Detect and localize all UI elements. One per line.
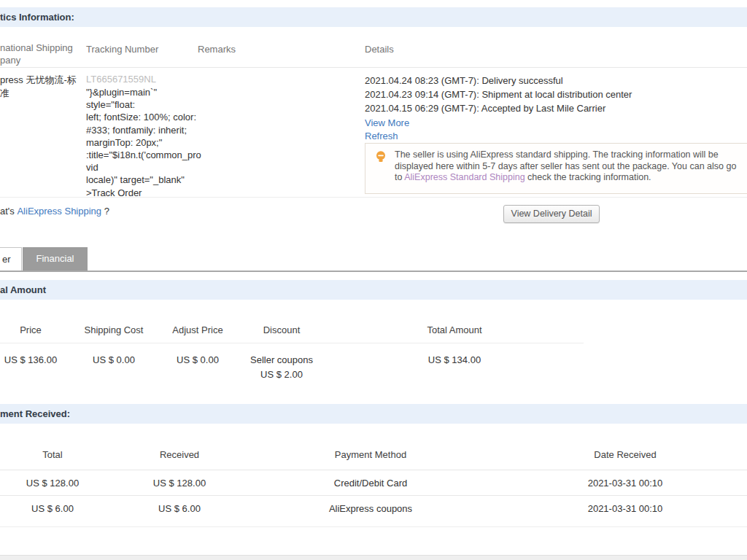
tracking-events: 2021.04.24 08:23 (GMT-7): Delivery succe… — [365, 74, 632, 115]
discount-value: Seller coupons US $ 2.00 — [229, 353, 334, 381]
view-more-link[interactable]: View More — [365, 117, 409, 130]
broken-template-text: "}&plugin=main`" style="float: left; fon… — [86, 86, 201, 199]
whats-aliexpress-shipping-line: at's AliExpress Shipping ? — [0, 206, 109, 217]
tracking-event: 2021.04.24 08:23 (GMT-7): Delivery succe… — [365, 74, 632, 88]
divider — [0, 470, 747, 470]
divider — [0, 526, 747, 527]
financial-header-shipping-cost: Shipping Cost — [61, 324, 166, 335]
divider — [0, 343, 584, 343]
column-header-shipping-company: national Shipping pany — [0, 42, 82, 66]
payment-method: Credit/Debit Card — [254, 478, 487, 489]
footer-strip — [0, 555, 747, 560]
discount-label: Seller coupons — [229, 353, 334, 368]
price-value: US $ 136.00 — [0, 353, 61, 381]
financial-table-row: US $ 136.00 US $ 0.00 US $ 0.00 Seller c… — [0, 353, 575, 381]
column-header-tracking-number: Tracking Number — [86, 43, 158, 55]
payment-received-section-header: ment Received: — [0, 404, 747, 424]
whats-text-after: ? — [101, 206, 109, 217]
divider — [0, 67, 747, 68]
column-header-details: Details — [365, 43, 394, 55]
divider — [0, 495, 747, 496]
shipping-notice-box: The seller is using AliExpress standard … — [365, 143, 747, 194]
aliexpress-standard-shipping-link[interactable]: AliExpress Standard Shipping — [404, 172, 525, 182]
payment-date: 2021-03-31 00:10 — [487, 503, 747, 514]
payment-row: US $ 128.00 US $ 128.00 Credit/Debit Car… — [0, 478, 747, 489]
financial-header-discount: Discount — [229, 324, 334, 335]
adjust-price-value: US $ 0.00 — [166, 353, 229, 381]
lightbulb-icon — [376, 151, 386, 167]
tracking-event: 2021.04.23 09:14 (GMT-7): Shipment at lo… — [365, 88, 632, 102]
payment-header-received: Received — [105, 449, 254, 460]
logistics-section-header: tics Information: — [0, 7, 747, 27]
tab-underline — [0, 271, 747, 272]
shipping-company-value: press 无忧物流-标准 — [0, 74, 82, 100]
financial-header-price: Price — [0, 324, 61, 335]
financial-header-adjust-price: Adjust Price — [166, 324, 229, 335]
payment-method: AliExpress coupons — [254, 503, 487, 514]
tab-financial[interactable]: Financial — [23, 247, 88, 271]
payment-received: US $ 128.00 — [105, 478, 254, 489]
view-delivery-detail-button[interactable]: View Delivery Detail — [503, 205, 600, 223]
notice-text-after: check the tracking information. — [525, 172, 651, 182]
payment-header-total: Total — [0, 449, 105, 460]
payment-received: US $ 6.00 — [105, 503, 254, 514]
payment-total: US $ 128.00 — [0, 478, 105, 489]
tab-order[interactable]: er — [0, 247, 22, 271]
financial-table-header-row: Price Shipping Cost Adjust Price Discoun… — [0, 324, 575, 335]
total-amount-value: US $ 134.00 — [334, 353, 575, 381]
shipping-cost-value: US $ 0.00 — [61, 353, 166, 381]
shipping-notice-text: The seller is using AliExpress standard … — [395, 149, 746, 184]
payment-header-date: Date Received — [487, 449, 747, 460]
aliexpress-shipping-link[interactable]: AliExpress Shipping — [17, 206, 101, 217]
payment-date: 2021-03-31 00:10 — [487, 478, 747, 489]
financial-header-total-amount: Total Amount — [334, 324, 575, 335]
divider — [0, 197, 747, 198]
whats-text-before: at's — [0, 206, 17, 217]
refresh-link[interactable]: Refresh — [365, 130, 409, 143]
column-header-remarks: Remarks — [198, 43, 236, 55]
order-detail-page: tics Information: national Shipping pany… — [0, 0, 747, 560]
tracking-event: 2021.04.15 06:29 (GMT-7): Accepted by La… — [365, 102, 632, 116]
payment-header-method: Payment Method — [254, 449, 487, 460]
tracking-number-value: LT665671559NL — [86, 74, 156, 85]
total-amount-section-header: al Amount — [0, 280, 747, 300]
payment-total: US $ 6.00 — [0, 503, 105, 514]
discount-amount: US $ 2.00 — [229, 368, 334, 382]
payment-row: US $ 6.00 US $ 6.00 AliExpress coupons 2… — [0, 503, 747, 514]
payment-table-header-row: Total Received Payment Method Date Recei… — [0, 449, 747, 460]
